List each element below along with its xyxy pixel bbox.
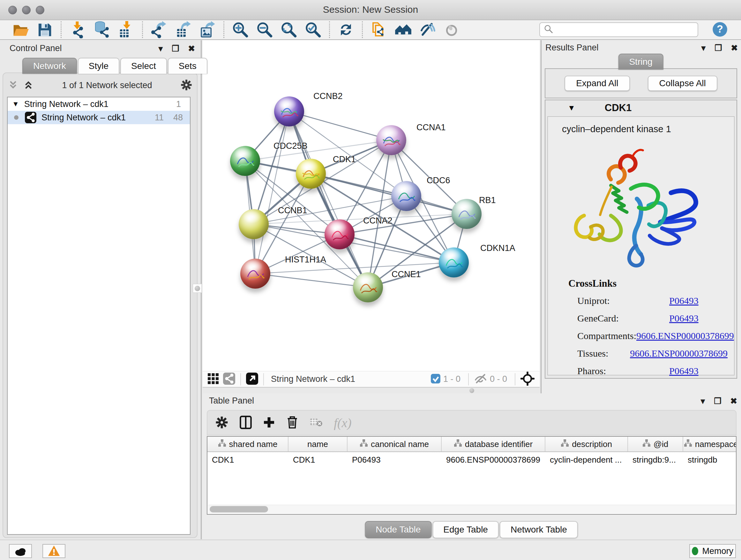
table-settings-gear-icon[interactable] [215,416,228,430]
cell-name[interactable]: CDK1 [288,455,347,465]
cell-description[interactable]: cyclin-dependent ... [545,455,628,465]
import-database-button[interactable] [92,20,112,39]
cell-id[interactable]: stringdb:9... [628,455,683,465]
tab-node-table[interactable]: Node Table [365,521,431,538]
export-table-button[interactable] [173,20,193,39]
zoom-selected-button[interactable] [303,20,323,39]
panel-float-icon[interactable]: ❒ [714,397,721,405]
crosslink-link[interactable]: 9606.ENSP00000378699 [630,348,728,359]
open-folder-button[interactable] [10,20,30,39]
edge-CCNA1-CDC25B[interactable] [245,140,391,161]
network-share-icon[interactable] [223,373,235,386]
tree-expander-icon[interactable]: ▼ [12,100,19,108]
edge-CCNB2-HIST1H1A[interactable] [255,111,289,273]
duplicate-network-button[interactable] [369,20,389,39]
zoom-fit-button[interactable] [279,20,299,39]
collapse-all-button[interactable]: Collapse All [648,76,718,91]
add-column-icon[interactable] [263,416,275,429]
expand-all-button[interactable]: Expand All [564,76,630,91]
memory-button[interactable]: Memory [689,544,736,558]
panel-close-icon[interactable]: ✖ [731,44,738,52]
table-row[interactable]: CDK1CDK1P064939606.ENSP00000378699cyclin… [207,452,736,468]
node-CDC6[interactable] [391,181,421,211]
zoom-out-button[interactable] [255,20,274,39]
tab-style[interactable]: Style [78,58,119,74]
export-network-button[interactable] [149,20,169,39]
node-CCNA2[interactable] [325,219,354,249]
tab-select[interactable]: Select [120,58,167,74]
expand-all-networks-icon[interactable] [23,80,34,91]
left-splitter-handle[interactable] [193,284,202,293]
crosslink-link[interactable]: P06493 [669,313,698,324]
cell-namespace[interactable]: stringdb [683,455,737,465]
edge-CCNB2-CCNA1[interactable] [289,111,391,140]
zoom-in-button[interactable] [230,20,250,39]
column-header-shared-name[interactable]: shared name [207,437,288,451]
node-HIST1H1A[interactable] [240,259,270,289]
search-input[interactable] [553,24,694,35]
search-box[interactable] [539,22,698,37]
birdseye-grid-icon[interactable] [208,373,219,385]
delete-column-icon[interactable] [286,415,299,430]
column-header-id[interactable]: @id [628,437,683,451]
panel-menu-icon[interactable]: ▾ [701,44,705,52]
cell-shared-name[interactable]: CDK1 [207,455,288,465]
tab-network-table[interactable]: Network Table [500,521,578,538]
node-CCNB2[interactable] [274,97,304,126]
panel-menu-icon[interactable]: ▾ [158,44,163,53]
node-CDC25B[interactable] [230,146,260,176]
panel-close-icon[interactable]: ✖ [188,44,195,53]
protein-thumbnail-icon [395,189,417,206]
warnings-button[interactable] [43,544,65,558]
cloud-button[interactable] [9,544,32,558]
panel-float-icon[interactable]: ❒ [172,44,179,53]
node-CCNA1[interactable] [376,125,406,155]
refresh-button[interactable] [336,20,356,39]
column-header-description[interactable]: description [545,437,628,451]
selected-checkbox-icon[interactable] [430,374,441,385]
table-horizontal-scrollbar[interactable] [208,505,735,513]
node-RB1[interactable] [452,199,482,229]
crosslink-link[interactable]: P06493 [669,295,698,306]
panel-close-icon[interactable]: ✖ [730,397,737,405]
network-canvas[interactable]: CCNB2CCNA1CDC25BCDK1CDC6RB1CCNB1CCNA2CDK… [203,40,540,371]
node-CCNE1[interactable] [353,272,383,302]
node-CCNB1[interactable] [239,209,269,239]
show-columns-icon[interactable] [239,416,252,430]
import-network-button[interactable] [68,20,87,39]
network-row-selected[interactable]: String Network – cdk1 11 48 [8,111,190,124]
crosslink-link[interactable]: 9606.ENSP00000378699 [636,330,734,341]
open-in-new-window-icon[interactable] [246,373,258,386]
node-CDK1[interactable] [296,159,326,189]
gene-expander-icon[interactable]: ▼ [568,104,576,112]
export-image-button[interactable] [198,20,217,39]
column-header-namespace[interactable]: namespace [683,437,737,451]
tab-edge-table[interactable]: Edge Table [432,521,499,538]
tab-sets[interactable]: Sets [168,58,207,74]
scrollbar-thumb[interactable] [210,506,268,512]
import-table-button[interactable] [116,20,136,39]
hide-panel-button[interactable] [417,20,437,39]
horizontal-splitter-handle[interactable] [469,388,474,393]
help-button[interactable]: ? [712,21,728,39]
tab-string[interactable]: String [618,54,663,70]
collapse-all-networks-icon[interactable] [8,80,18,91]
fit-selected-crosshair-icon[interactable] [521,372,535,387]
crosslink-link[interactable]: P06493 [669,366,698,376]
inspect-eye-button[interactable] [442,20,461,39]
network-collection-row[interactable]: ▼ String Network – cdk1 1 [8,98,190,111]
save-button[interactable] [35,20,55,39]
cell-canonical-name[interactable]: P06493 [347,455,442,465]
column-header-canonical-name[interactable]: canonical name [347,437,442,451]
panel-float-icon[interactable]: ❒ [715,44,722,52]
panel-menu-icon[interactable]: ▾ [701,397,705,405]
column-header-name[interactable]: name [288,437,347,451]
edge-HIST1H1A-CCNE1[interactable] [255,273,368,287]
network-options-gear-icon[interactable] [180,79,192,92]
home-button[interactable] [393,20,413,39]
tab-network[interactable]: Network [22,58,77,74]
column-header-database-identifier[interactable]: database identifier [442,437,545,451]
network-view-toolbar: String Network – cdk1 1 - 0 0 - 0 [203,371,540,388]
cell-database-identifier[interactable]: 9606.ENSP00000378699 [442,455,545,465]
node-CDKN1A[interactable] [439,247,469,277]
